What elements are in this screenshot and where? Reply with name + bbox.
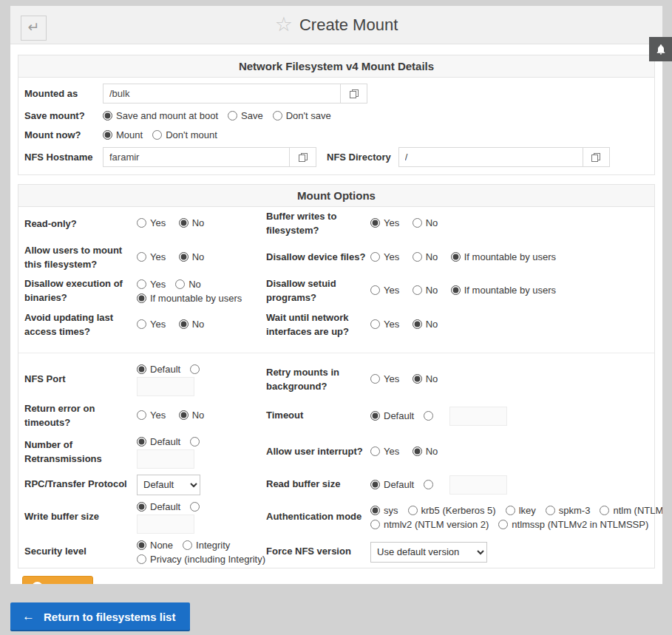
radio-ntlm[interactable]: ntlm (NTLM) [600,505,662,516]
retransmissions-input[interactable] [137,449,194,469]
nfs-directory-input[interactable] [398,147,583,167]
radio-label: Don't save [286,110,331,121]
create-button-label: Create [50,582,81,584]
retransmissions-label: Number of Retransmissions [24,438,137,466]
radio-input [424,480,433,489]
create-button[interactable]: + Create [22,576,93,584]
radio-label: Yes [384,446,399,457]
radio-input [451,252,461,262]
radio-label: No [192,217,205,228]
allow-users-label: Allow users to mount this filesystem? [24,244,137,272]
write-buffer-input[interactable] [137,515,194,534]
nfs-hostname-chooser-button[interactable] [290,147,316,167]
radio-label: Save and mount at boot [116,110,218,121]
radio-input [370,285,380,295]
radio-ntmlv2[interactable]: ntmlv2 (NTLM version 2) [370,519,489,530]
radio-default[interactable]: Default [137,436,180,447]
force-version-select[interactable]: Use default version [370,542,487,563]
radio-mount[interactable]: Mount [103,129,143,140]
radio-yes[interactable]: Yes [137,279,166,290]
radio-no[interactable]: No [179,319,205,330]
rpc-protocol-select[interactable]: Default [137,475,200,495]
radio-input [370,411,380,421]
return-error-options: Yes No [137,410,266,423]
radio-input [175,279,185,289]
back-button[interactable]: ↵ [21,16,47,41]
mounted-as-chooser-button[interactable] [341,84,367,103]
radio-ntlmssp[interactable]: ntlmssp (NTLMv2 in NTLMSSP) [498,519,648,530]
radio-yes[interactable]: Yes [370,373,399,384]
radio-input [190,502,200,512]
nfs-directory-chooser-button[interactable] [583,147,610,167]
radio-yes[interactable]: Yes [370,217,399,228]
radio-no[interactable]: No [175,279,201,290]
left-arrow-icon: ← [22,609,35,624]
timeout-input[interactable] [449,407,507,426]
radio-yes[interactable]: Yes [370,319,399,330]
radio-dont-save[interactable]: Don't save [273,110,331,121]
mount-now-options: Mount Don't mount [103,129,227,140]
radio-no[interactable]: No [413,285,438,296]
radio-input [179,319,189,329]
radio-yes[interactable]: Yes [370,251,399,262]
radio-yes[interactable]: Yes [137,410,166,421]
radio-default[interactable]: Default [370,410,414,421]
radio-sys[interactable]: sys [370,505,398,516]
radio-no[interactable]: No [179,217,205,228]
radio-no[interactable]: No [413,446,438,457]
radio-default[interactable]: Default [370,479,414,490]
main-panel: ↵ ☆ Create Mount Network Filesystem v4 M… [10,6,662,584]
radio-custom[interactable] [424,480,437,489]
radio-input [190,364,200,374]
section-divider [18,353,654,353]
form-row: Disallow execution of binaries? Yes No I… [18,274,654,308]
radio-save-and-mount-at-boot[interactable]: Save and mount at boot [103,110,218,121]
radio-krb5[interactable]: krb5 (Kerberos 5) [408,505,496,516]
radio-no[interactable]: No [413,319,438,330]
favorite-star-icon[interactable]: ☆ [275,15,293,35]
radio-input [137,410,146,420]
radio-save[interactable]: Save [228,110,263,121]
radio-dont-mount[interactable]: Don't mount [152,129,217,140]
radio-custom[interactable] [190,437,203,446]
radio-if-mountable[interactable]: If mountable by users [137,293,242,304]
radio-custom[interactable] [190,364,203,374]
read-buffer-label: Read buffer size [266,478,370,492]
radio-input [103,130,112,140]
radio-label: Yes [150,319,166,330]
nfs-port-input[interactable] [137,377,194,396]
radio-yes[interactable]: Yes [370,446,399,457]
return-to-filesystems-button[interactable]: ← Return to filesystems list [10,602,190,631]
radio-if-mountable[interactable]: If mountable by users [451,251,556,262]
radio-yes[interactable]: Yes [137,217,166,228]
radio-none[interactable]: None [137,540,173,551]
radio-input [546,506,555,515]
disallow-device-options: Yes No If mountable by users [370,251,648,265]
radio-input [600,506,609,515]
radio-yes[interactable]: Yes [137,251,166,262]
radio-no[interactable]: No [413,217,438,228]
radio-default[interactable]: Default [137,364,180,375]
radio-no[interactable]: No [413,251,438,262]
mounted-as-input[interactable] [103,84,341,103]
notifications-tab[interactable] [649,37,672,61]
radio-privacy[interactable]: Privacy (including Integrity) [137,554,265,565]
write-buffer-options: Default [137,501,266,534]
radio-input [137,437,146,446]
radio-integrity[interactable]: Integrity [183,540,230,551]
read-buffer-input[interactable] [449,475,507,495]
radio-no[interactable]: No [179,410,205,421]
nfs-hostname-input[interactable] [103,147,290,167]
radio-default[interactable]: Default [137,501,180,512]
radio-no[interactable]: No [413,373,438,384]
radio-input [370,446,380,456]
radio-spkm3[interactable]: spkm-3 [546,505,591,516]
radio-no[interactable]: No [179,251,205,262]
radio-yes[interactable]: Yes [137,319,166,330]
radio-custom[interactable] [190,502,203,512]
radio-custom[interactable] [424,411,437,421]
radio-yes[interactable]: Yes [370,285,399,296]
security-level-options: None Integrity Privacy (including Integr… [137,540,266,565]
radio-if-mountable[interactable]: If mountable by users [451,285,556,296]
radio-lkey[interactable]: lkey [506,505,536,516]
